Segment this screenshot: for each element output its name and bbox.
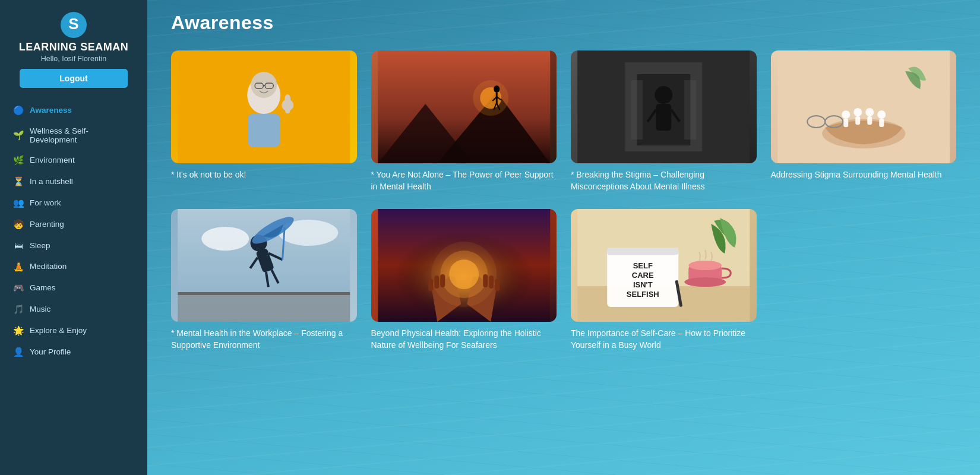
svg-text:SELF: SELF	[633, 261, 653, 270]
parenting-icon: 🧒	[13, 219, 24, 230]
svg-point-46	[201, 227, 249, 251]
article-card-3[interactable]: * Breaking the Stigma – Challenging Misc…	[571, 50, 757, 192]
svg-rect-30	[631, 80, 643, 140]
svg-point-62	[431, 242, 497, 307]
svg-rect-63	[428, 279, 433, 291]
main-content: Awareness	[147, 0, 980, 475]
user-greeting: Hello, Iosif Florentin	[41, 55, 106, 63]
svg-rect-35	[843, 119, 848, 127]
article-card-1[interactable]: * It's ok not to be ok!	[171, 50, 357, 192]
article-thumb-7: SELF CARE ISN'T SELFISH	[571, 209, 757, 322]
svg-rect-27	[656, 104, 671, 131]
sidebar-item-wellness[interactable]: 🌱 Wellness & Self-Development	[0, 121, 147, 150]
forwork-icon: 👥	[13, 198, 24, 208]
article-title-5: * Mental Health in the Workplace – Foste…	[171, 328, 357, 351]
svg-rect-76	[607, 248, 678, 255]
environment-icon: 🌿	[13, 155, 24, 166]
svg-rect-31	[684, 80, 696, 140]
article-card-4[interactable]: Addressing Stigma Surrounding Mental Hea…	[771, 50, 957, 192]
svg-rect-10	[285, 103, 290, 113]
svg-rect-39	[867, 116, 872, 125]
article-card-2[interactable]: * You Are Not Alone – The Power of Peer …	[371, 50, 557, 192]
sidebar-item-forwork[interactable]: 👥 For work	[0, 192, 147, 214]
svg-rect-68	[483, 274, 488, 287]
svg-point-34	[842, 110, 850, 119]
svg-rect-8	[248, 114, 280, 147]
svg-point-11	[284, 94, 290, 104]
logout-button[interactable]: Logout	[20, 69, 128, 88]
article-title-1: * It's ok not to be ok!	[171, 169, 357, 181]
sleep-icon: 🛏	[13, 240, 24, 251]
article-title-6: Beyond Physical Health: Exploring the Ho…	[371, 328, 557, 351]
sidebar-item-parenting[interactable]: 🧒 Parenting	[0, 214, 147, 235]
svg-rect-41	[879, 119, 884, 127]
music-icon: 🎵	[13, 304, 24, 315]
svg-point-26	[655, 86, 672, 104]
svg-text:S: S	[68, 15, 78, 33]
svg-point-73	[688, 261, 722, 270]
article-thumb-2	[371, 50, 557, 163]
article-title-2: * You Are Not Alone – The Power of Peer …	[371, 169, 557, 192]
svg-point-40	[877, 110, 886, 119]
sidebar-item-sleep[interactable]: 🛏 Sleep	[0, 235, 147, 256]
article-thumb-1	[171, 50, 357, 163]
sidebar-item-profile[interactable]: 👤 Your Profile	[0, 341, 147, 363]
profile-icon: 👤	[13, 347, 24, 357]
page-title: Awareness	[171, 12, 956, 34]
article-title-7: The Importance of Self-Care – How to Pri…	[571, 328, 757, 351]
articles-grid: * It's ok not to be ok!	[171, 50, 956, 351]
brand-name: LEARNING SEAMAN	[19, 42, 129, 53]
sidebar-item-nutshell[interactable]: ⏳ In a nutshell	[0, 171, 147, 192]
article-card-6[interactable]: Beyond Physical Health: Exploring the Ho…	[371, 209, 557, 351]
svg-rect-65	[440, 274, 445, 287]
sidebar: S LEARNING SEAMAN Hello, Iosif Florentin…	[0, 0, 147, 475]
article-thumb-5	[171, 209, 357, 322]
svg-text:SELFISH: SELFISH	[627, 290, 659, 299]
article-thumb-3	[571, 50, 757, 163]
sidebar-item-awareness[interactable]: 🔵 Awareness	[0, 100, 147, 121]
svg-rect-66	[495, 279, 500, 291]
brand-logo-icon: S	[59, 11, 88, 39]
svg-point-36	[853, 108, 862, 116]
svg-point-74	[684, 277, 726, 287]
games-icon: 🎮	[13, 283, 24, 293]
sidebar-item-music[interactable]: 🎵 Music	[0, 299, 147, 320]
svg-point-16	[473, 80, 508, 116]
svg-rect-48	[178, 292, 350, 322]
svg-rect-49	[178, 292, 350, 295]
svg-point-38	[865, 108, 874, 116]
sidebar-item-environment[interactable]: 🌿 Environment	[0, 150, 147, 171]
article-card-5[interactable]: * Mental Health in the Workplace – Foste…	[171, 209, 357, 351]
sidebar-item-explore[interactable]: 🌟 Explore & Enjoy	[0, 320, 147, 341]
article-title-3: * Breaking the Stigma – Challenging Misc…	[571, 169, 757, 192]
svg-text:ISN'T: ISN'T	[633, 280, 653, 289]
sidebar-item-meditation[interactable]: 🧘 Meditation	[0, 256, 147, 277]
svg-rect-37	[855, 116, 860, 125]
svg-rect-64	[434, 276, 439, 289]
article-thumb-6	[371, 209, 557, 322]
svg-text:CARE: CARE	[632, 271, 654, 280]
wellness-icon: 🌱	[13, 130, 24, 141]
article-thumb-4	[771, 50, 957, 163]
awareness-icon: 🔵	[13, 105, 24, 116]
meditation-icon: 🧘	[13, 261, 24, 272]
sidebar-logo: S LEARNING SEAMAN Hello, Iosif Florentin…	[0, 0, 147, 100]
nutshell-icon: ⏳	[13, 176, 24, 187]
svg-rect-67	[489, 276, 494, 289]
sidebar-nav: 🔵 Awareness 🌱 Wellness & Self-Developmen…	[0, 100, 147, 369]
article-title-4: Addressing Stigma Surrounding Mental Hea…	[771, 169, 957, 181]
sidebar-item-games[interactable]: 🎮 Games	[0, 277, 147, 299]
svg-point-17	[494, 86, 500, 93]
explore-icon: 🌟	[13, 325, 24, 336]
article-card-7[interactable]: SELF CARE ISN'T SELFISH The Importance o…	[571, 209, 757, 351]
